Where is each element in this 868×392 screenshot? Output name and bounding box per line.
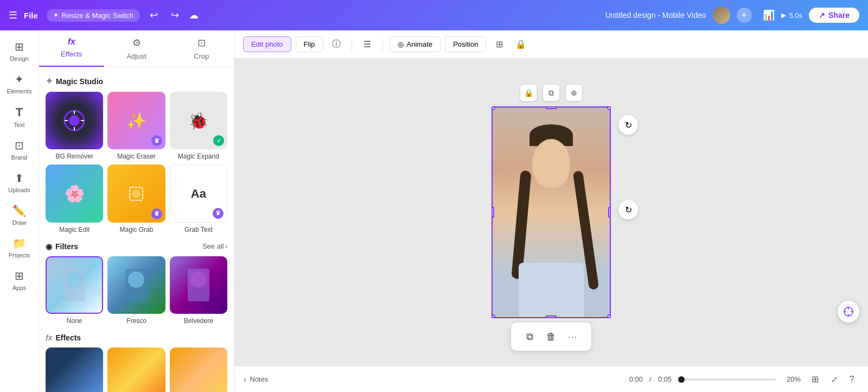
expand-button[interactable]: ⤢ <box>831 375 838 384</box>
tool-bg-remover[interactable]: BG Remover <box>46 92 103 160</box>
sidebar-item-elements[interactable]: ✦ Elements <box>0 67 39 100</box>
timeline-slider[interactable] <box>678 378 776 381</box>
crop-tab-label: Crop <box>194 52 209 60</box>
sidebar-item-text[interactable]: T Text <box>0 100 39 134</box>
lock-icon-button[interactable]: 🔒 <box>512 36 529 53</box>
handle-tr[interactable] <box>607 106 611 110</box>
handle-mr[interactable] <box>608 207 611 218</box>
tab-adjust[interactable]: ⚙ Adjust <box>104 30 169 67</box>
slider-thumb[interactable] <box>678 376 685 383</box>
flip-label: Flip <box>304 40 315 48</box>
canvas-add-icon[interactable]: ⊕ <box>566 85 582 101</box>
handle-tc[interactable] <box>546 106 557 109</box>
filters-see-all[interactable]: See all › <box>202 242 227 250</box>
slider-track <box>678 378 776 381</box>
topbar: ☰ File ✦ Resize & Magic Switch ↩ ↪ ☁ Unt… <box>0 0 868 30</box>
canvas-frame[interactable] <box>492 106 611 318</box>
elements-icon: ✦ <box>15 73 24 86</box>
crosshair-button[interactable] <box>838 301 859 323</box>
apps-icon: ⊞ <box>15 269 24 282</box>
canvas-rotate-top-button[interactable]: ↻ <box>618 115 638 135</box>
add-user-button[interactable]: + <box>737 8 752 23</box>
magic-eraser-thumb: ✨ ♛ <box>107 92 165 149</box>
chevron-right-icon: › <box>225 242 227 250</box>
canvas-copy-icon[interactable]: ⧉ <box>543 85 559 101</box>
analytics-icon[interactable]: 📊 <box>763 9 775 21</box>
sidebar-label-uploads: Uploads <box>8 187 30 193</box>
tool-magic-edit[interactable]: 🌸 Magic Edit <box>46 165 103 233</box>
sidebar-label-elements: Elements <box>7 88 32 94</box>
canvas-rotate-mid-button[interactable]: ↻ <box>618 200 638 219</box>
magic-edit-label: Magic Edit <box>59 226 90 233</box>
handle-bc[interactable] <box>546 315 557 318</box>
animate-button[interactable]: ◎ Animate <box>390 36 441 52</box>
canvas-delete-btn[interactable]: 🗑 <box>541 327 561 346</box>
effect-item-3[interactable] <box>170 347 227 392</box>
hamburger-icon[interactable]: ☰ <box>9 9 17 21</box>
document-title: Untitled design - Mobile Video <box>605 11 706 20</box>
play-icon: ▶ <box>781 11 786 19</box>
handle-ml[interactable] <box>492 207 494 218</box>
handle-br[interactable] <box>607 314 611 318</box>
tab-effects[interactable]: fx Effects <box>39 30 104 67</box>
canvas-right-actions: ↻ ↻ <box>618 106 638 154</box>
help-button[interactable]: ? <box>844 372 859 387</box>
file-label[interactable]: File <box>24 11 38 20</box>
flip-button[interactable]: Flip <box>296 36 323 52</box>
effect-item-1[interactable] <box>46 347 103 392</box>
sidebar-item-brand[interactable]: ⊡ Brand <box>0 134 39 166</box>
cloud-save-icon[interactable]: ☁ <box>189 9 199 21</box>
effect-item-2[interactable] <box>107 347 165 392</box>
canvas-bottom-toolbar: ⧉ 🗑 ··· <box>511 323 591 351</box>
info-button[interactable]: ⓘ <box>328 36 345 53</box>
magic-studio-icon: ✦ <box>46 76 53 86</box>
magic-grab-badge: ♛ <box>151 208 162 219</box>
notes-button[interactable]: ♪ Notes <box>243 375 268 383</box>
canvas-more-btn[interactable]: ··· <box>563 327 583 346</box>
projects-icon: 📁 <box>12 237 26 250</box>
sidebar-label-brand: Brand <box>11 154 27 161</box>
user-avatar[interactable] <box>713 7 730 24</box>
share-button[interactable]: ↗ Share <box>809 8 859 23</box>
sidebar-item-projects[interactable]: 📁 Projects <box>0 231 39 264</box>
tool-magic-grab[interactable]: ♛ Magic Grab <box>107 165 165 233</box>
magic-switch-button[interactable]: ✦ Resize & Magic Switch <box>47 9 140 22</box>
tool-magic-eraser[interactable]: ✨ ♛ Magic Eraser <box>107 92 165 160</box>
filter-belvedere[interactable]: Belvedere <box>170 256 227 325</box>
position-button[interactable]: Position <box>445 36 486 52</box>
draw-icon: ✏️ <box>12 204 26 217</box>
edit-photo-label: Edit photo <box>251 40 283 48</box>
position-label: Position <box>453 40 478 48</box>
filters-icon: ◉ <box>46 242 52 251</box>
canvas-lock-icon[interactable]: 🔒 <box>520 85 537 101</box>
sidebar-item-apps[interactable]: ⊞ Apps <box>0 264 39 296</box>
effect-1-thumb <box>46 347 103 392</box>
effects-fx-icon: fx <box>46 333 52 342</box>
menu-icon-button[interactable]: ☰ <box>359 36 376 53</box>
edit-photo-button[interactable]: Edit photo <box>243 36 291 52</box>
grid-view-button[interactable]: ⊞ <box>807 372 822 387</box>
tool-magic-expand[interactable]: 🐞 ✓ Magic Expand <box>170 92 227 160</box>
sidebar-label-projects: Projects <box>9 252 30 258</box>
sidebar-item-design[interactable]: ⊞ Design <box>0 35 39 67</box>
filter-fresco[interactable]: Fresco <box>107 256 165 325</box>
tool-grab-text[interactable]: Aa ♛ Grab Text <box>170 165 227 233</box>
grab-text-label: Grab Text <box>184 226 213 233</box>
animate-icon: ◎ <box>398 40 404 48</box>
redo-button[interactable]: ↪ <box>168 7 182 23</box>
undo-button[interactable]: ↩ <box>146 7 161 23</box>
design-icon: ⊞ <box>15 40 24 53</box>
filter-none[interactable]: None <box>46 256 103 325</box>
tab-crop[interactable]: ⊡ Crop <box>169 30 234 67</box>
top-toolbar: Edit photo Flip ⓘ ☰ ◎ Animate Position ⊞… <box>234 30 868 59</box>
play-button[interactable]: ▶ 5.0s <box>781 11 803 20</box>
handle-bl[interactable] <box>492 314 495 318</box>
effects-tab-icon: fx <box>68 37 75 47</box>
canvas-duplicate-btn[interactable]: ⧉ <box>520 327 539 346</box>
filter-belvedere-thumb <box>170 256 227 314</box>
adjust-tab-label: Adjust <box>126 52 146 60</box>
grid-icon-button[interactable]: ⊞ <box>490 36 508 53</box>
sidebar-item-uploads[interactable]: ⬆ Uploads <box>0 166 39 199</box>
sidebar-item-draw[interactable]: ✏️ Draw <box>0 199 39 231</box>
sidebar-label-text: Text <box>14 122 24 128</box>
